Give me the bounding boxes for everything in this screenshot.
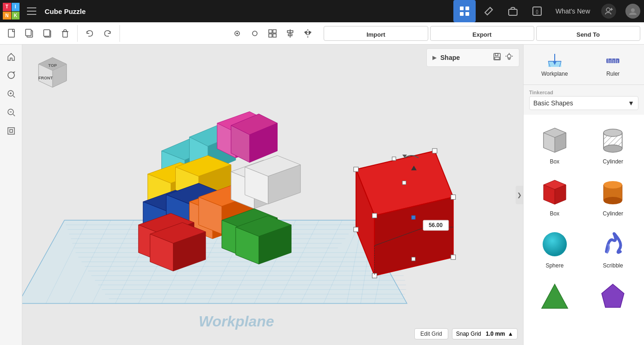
green-triangle-item[interactable] <box>527 276 582 318</box>
box-solid-label: Box <box>550 210 559 217</box>
apps-icon-button[interactable] <box>453 0 476 22</box>
svg-rect-145 <box>432 149 437 153</box>
sphere-preview <box>538 228 571 260</box>
box-ghost-preview <box>538 124 571 156</box>
viewport[interactable]: TOP FRONT ▶ Shape <box>22 45 523 345</box>
svg-rect-24 <box>269 30 272 33</box>
scribble-label: Scribble <box>603 262 623 269</box>
zoom-in-button[interactable] <box>3 85 20 102</box>
svg-text:FRONT: FRONT <box>39 76 53 80</box>
svg-rect-19 <box>44 30 50 36</box>
align-button[interactable] <box>282 25 299 42</box>
scene-svg[interactable]: Workplane <box>22 45 523 345</box>
user-add-button[interactable] <box>598 0 620 22</box>
svg-text:56.00: 56.00 <box>429 222 443 228</box>
svg-rect-3 <box>460 7 464 10</box>
svg-rect-27 <box>273 34 276 37</box>
snap-grid-control: Snap Grid 1.0 mm ▲ <box>452 328 518 339</box>
svg-line-7 <box>490 7 492 10</box>
import-button[interactable]: Import <box>324 26 428 41</box>
purple-shape-item[interactable] <box>586 276 641 318</box>
hole-tool-button[interactable] <box>246 25 263 42</box>
svg-point-182 <box>604 129 622 137</box>
cylinder-solid-item[interactable]: Cylinder <box>586 172 641 221</box>
tools-icon-button[interactable] <box>478 0 500 22</box>
right-panel: Workplane Ruler Tinkercad Basic Shapes <box>523 45 644 345</box>
shape-light-icon[interactable] <box>505 52 513 63</box>
fit-view-button[interactable] <box>3 123 20 139</box>
copy-button[interactable] <box>21 25 38 42</box>
svg-rect-4 <box>465 7 469 10</box>
svg-rect-44 <box>10 130 13 132</box>
logo-t: T <box>3 3 11 11</box>
home-view-button[interactable] <box>3 48 20 65</box>
svg-rect-20 <box>63 32 67 37</box>
cylinder-solid-preview <box>597 176 629 208</box>
undo-button[interactable] <box>81 25 98 42</box>
svg-rect-5 <box>460 12 464 16</box>
whats-new-button[interactable]: What's New <box>550 0 596 22</box>
box-ghost-item[interactable]: Box <box>527 120 582 169</box>
hamburger-menu-button[interactable] <box>22 0 41 22</box>
mirror-button[interactable] <box>299 25 316 42</box>
redo-button[interactable] <box>99 25 116 42</box>
ruler-label: Ruler <box>606 71 620 77</box>
rotate-view-button[interactable] <box>3 67 20 84</box>
svg-rect-148 <box>354 227 359 232</box>
svg-point-191 <box>604 181 622 189</box>
box-solid-item[interactable]: Box <box>527 172 582 221</box>
svg-point-14 <box>631 8 635 12</box>
delete-button[interactable] <box>57 25 73 42</box>
ruler-tool[interactable]: Ruler <box>586 48 641 81</box>
svg-point-22 <box>236 33 238 34</box>
export-button[interactable]: Export <box>430 26 534 41</box>
svg-rect-52 <box>495 53 498 56</box>
basic-shapes-label: Basic Shapes <box>533 99 573 107</box>
svg-point-23 <box>252 31 257 36</box>
svg-rect-154 <box>412 257 415 261</box>
cylinder-ghost-item[interactable]: Cylinder <box>586 120 641 169</box>
svg-rect-1 <box>27 11 36 12</box>
shape-save-icon[interactable] <box>493 52 501 63</box>
shape-library[interactable]: Box Cylinder <box>524 115 644 345</box>
zoom-out-button[interactable] <box>3 104 20 121</box>
panel-collapse-button[interactable]: ❯ <box>516 186 523 204</box>
edit-grid-button[interactable]: Edit Grid <box>414 328 448 339</box>
snap-grid-label: Snap Grid <box>456 331 481 337</box>
svg-marker-195 <box>542 284 568 308</box>
group-button[interactable] <box>264 25 281 42</box>
svg-rect-6 <box>465 12 469 16</box>
svg-rect-151 <box>392 157 396 161</box>
nav-right-icons: {} What's New <box>453 0 644 22</box>
snap-dropdown-arrow[interactable]: ▲ <box>508 331 513 337</box>
sphere-item[interactable]: Sphere <box>527 224 582 273</box>
svg-rect-26 <box>269 34 272 37</box>
svg-rect-144 <box>354 167 359 172</box>
send-to-button[interactable]: Send To <box>536 26 640 41</box>
shape-grid: Box Cylinder <box>527 118 640 320</box>
new-button[interactable] <box>4 25 20 42</box>
workplane-tool[interactable]: Workplane <box>527 48 582 81</box>
svg-rect-2 <box>27 14 36 15</box>
project-title[interactable]: Cube Puzzle <box>45 7 453 15</box>
svg-point-194 <box>543 232 567 256</box>
collab-icon-button[interactable]: {} <box>526 0 548 22</box>
workplane-label: Workplane <box>541 71 568 77</box>
green-triangle-preview <box>538 280 571 312</box>
briefcase-icon-button[interactable] <box>502 0 524 22</box>
svg-point-183 <box>604 145 622 152</box>
svg-rect-0 <box>27 7 36 8</box>
svg-rect-152 <box>402 181 406 185</box>
orientation-cube[interactable]: TOP FRONT <box>32 54 69 96</box>
shape-panel-header: ▶ Shape <box>426 48 519 67</box>
duplicate-button[interactable] <box>39 25 56 42</box>
basic-shapes-dropdown[interactable]: Basic Shapes ▼ <box>529 96 638 110</box>
tinkercad-logo[interactable]: T I N K <box>0 0 22 22</box>
main-area: TOP FRONT ▶ Shape <box>0 45 644 345</box>
svg-line-42 <box>13 114 15 116</box>
shape-panel-arrow[interactable]: ▶ <box>432 54 437 61</box>
user-avatar-button[interactable] <box>622 0 644 22</box>
scribble-item[interactable]: Scribble <box>586 224 641 273</box>
shape-tool-button[interactable] <box>229 25 246 42</box>
cylinder-ghost-label: Cylinder <box>603 158 623 165</box>
